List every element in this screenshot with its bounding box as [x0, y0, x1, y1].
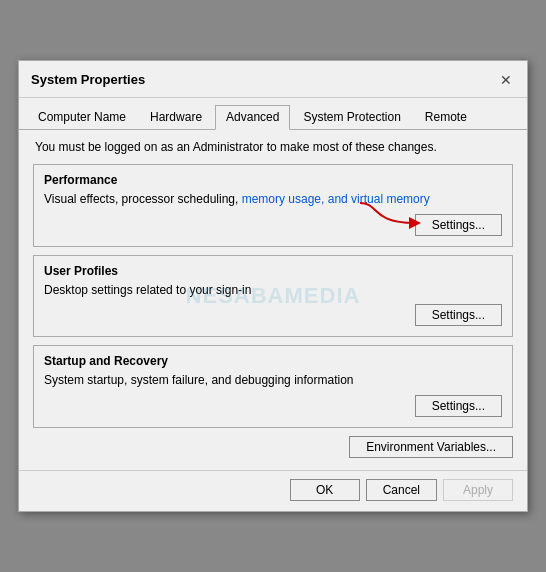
startup-btn-row: Settings... — [44, 395, 502, 417]
system-properties-window: System Properties ✕ Computer Name Hardwa… — [18, 60, 528, 512]
performance-desc: Visual effects, processor scheduling, me… — [44, 191, 502, 208]
footer: OK Cancel Apply — [19, 470, 527, 511]
user-profiles-desc: Desktop settings related to your sign-in — [44, 282, 502, 299]
tab-content: You must be logged on as an Administrato… — [19, 130, 527, 470]
tab-remote[interactable]: Remote — [414, 105, 478, 130]
tab-hardware[interactable]: Hardware — [139, 105, 213, 130]
performance-title: Performance — [44, 173, 502, 187]
admin-notice: You must be logged on as an Administrato… — [33, 140, 513, 154]
close-button[interactable]: ✕ — [495, 69, 517, 91]
title-bar: System Properties ✕ — [19, 61, 527, 98]
tab-system-protection[interactable]: System Protection — [292, 105, 411, 130]
arrow-icon — [350, 193, 430, 233]
ok-button[interactable]: OK — [290, 479, 360, 501]
tab-advanced[interactable]: Advanced — [215, 105, 290, 130]
user-profiles-settings-button[interactable]: Settings... — [415, 304, 502, 326]
performance-section: Performance Visual effects, processor sc… — [33, 164, 513, 247]
startup-title: Startup and Recovery — [44, 354, 502, 368]
startup-section: Startup and Recovery System startup, sys… — [33, 345, 513, 428]
apply-button[interactable]: Apply — [443, 479, 513, 501]
tab-computer-name[interactable]: Computer Name — [27, 105, 137, 130]
user-profiles-btn-row: Settings... — [44, 304, 502, 326]
performance-btn-row: Settings... — [44, 214, 502, 236]
user-profiles-title: User Profiles — [44, 264, 502, 278]
startup-desc: System startup, system failure, and debu… — [44, 372, 502, 389]
window-title: System Properties — [31, 72, 145, 87]
cancel-button[interactable]: Cancel — [366, 479, 437, 501]
performance-desc-plain: Visual effects, processor scheduling, — [44, 192, 242, 206]
tab-strip: Computer Name Hardware Advanced System P… — [19, 98, 527, 130]
environment-variables-button[interactable]: Environment Variables... — [349, 436, 513, 458]
user-profiles-section: User Profiles Desktop settings related t… — [33, 255, 513, 338]
env-btn-row: Environment Variables... — [33, 436, 513, 458]
startup-settings-button[interactable]: Settings... — [415, 395, 502, 417]
